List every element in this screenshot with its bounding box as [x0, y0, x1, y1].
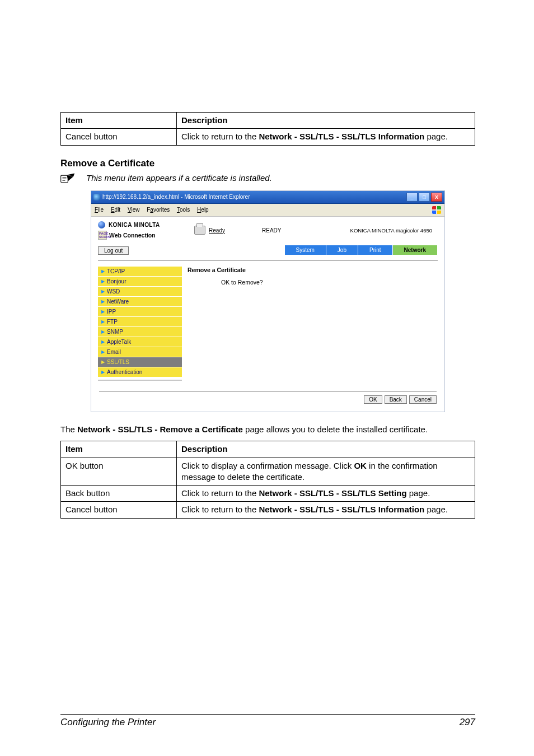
- sidebar-item-netware[interactable]: ▶NetWare: [98, 297, 182, 307]
- body-paragraph: The Network - SSL/TLS - Remove a Certifi…: [60, 423, 475, 436]
- cell-description: Click to return to the Network - SSL/TLS…: [177, 502, 475, 518]
- cell-item: Cancel button: [61, 502, 177, 518]
- cancel-button[interactable]: Cancel: [409, 395, 437, 404]
- page-footer: Configuring the Printer 297: [60, 714, 475, 728]
- bold-text: OK: [354, 461, 367, 470]
- back-button[interactable]: Back: [385, 395, 407, 404]
- sidebar-item-appletalk[interactable]: ▶AppleTalk: [98, 337, 182, 347]
- table-head-item: Item: [61, 441, 177, 458]
- text: Click to return to the: [181, 505, 259, 514]
- cell-item: Cancel button: [61, 129, 177, 145]
- ready-link[interactable]: Ready: [209, 227, 225, 234]
- sidebar-item-label: IPP: [107, 309, 116, 315]
- sidebar-item-label: WSD: [107, 288, 120, 295]
- web-connection-label: Web Connection: [109, 232, 156, 239]
- sidebar-item-label: Authentication: [107, 369, 142, 375]
- tab-print[interactable]: Print: [358, 245, 393, 255]
- menu-help[interactable]: Help: [197, 207, 209, 213]
- remove-certificate-table: Item Description OK button Click to disp…: [60, 441, 475, 518]
- table-row: Cancel button Click to return to the Net…: [61, 502, 475, 518]
- table-head-description: Description: [177, 441, 475, 458]
- sidebar-item-authentication[interactable]: ▶Authentication: [98, 367, 182, 377]
- printer-icon: [194, 226, 205, 235]
- text: page.: [424, 132, 448, 141]
- ready-status: READY: [262, 227, 281, 234]
- footer-divider: [99, 391, 437, 392]
- brand-name: KONICA MINOLTA: [109, 222, 160, 228]
- note-text: This menu item appears if a certificate …: [86, 173, 272, 183]
- sidebar-item-label: AppleTalk: [107, 339, 131, 345]
- text: Click to display a confirmation message.…: [181, 461, 354, 470]
- menu-favorites[interactable]: Favorites: [147, 207, 170, 213]
- cell-description: Click to display a confirmation message.…: [177, 458, 475, 486]
- menu-edit[interactable]: Edit: [111, 207, 120, 213]
- windows-flag-icon: [432, 206, 441, 214]
- ok-button[interactable]: OK: [364, 395, 382, 404]
- cell-item: OK button: [61, 458, 177, 486]
- text: page.: [407, 488, 430, 498]
- page-number: 297: [460, 717, 475, 728]
- content-title: Remove a Certificate: [188, 267, 438, 273]
- sidebar-item-label: FTP: [107, 319, 118, 325]
- pagescope-icon: PAGE SCOPE: [98, 231, 107, 240]
- cell-item: Back button: [61, 486, 177, 502]
- tab-network[interactable]: Network: [393, 245, 438, 255]
- bold-text: Network - SSL/TLS - Remove a Certificate: [77, 424, 243, 434]
- tab-system[interactable]: System: [285, 245, 326, 255]
- sidebar-item-label: SNMP: [107, 329, 123, 335]
- window-title: http://192.168.1.2/a_index.html - Micros…: [102, 194, 250, 200]
- sidebar-item-label: SSL/TLS: [107, 359, 129, 365]
- sidebar-item-bonjour[interactable]: ▶Bonjour: [98, 277, 182, 287]
- minimize-button[interactable]: _: [406, 193, 418, 202]
- text: The: [60, 424, 77, 434]
- logout-button[interactable]: Log out: [98, 246, 129, 255]
- bold-text: Network - SSL/TLS - SSL/TLS Information: [259, 505, 424, 514]
- bold-text: Network - SSL/TLS - SSL/TLS Information: [259, 132, 424, 141]
- table-row: Back button Click to return to the Netwo…: [61, 486, 475, 502]
- text: Click to return to the: [181, 488, 259, 498]
- content-body-text: OK to Remove?: [188, 279, 438, 286]
- sidebar-item-label: Email: [107, 349, 121, 355]
- sidebar-item-ipp[interactable]: ▶IPP: [98, 307, 182, 317]
- sidebar-item-ssltls[interactable]: ▶SSL/TLS: [98, 357, 182, 367]
- table-head-item: Item: [61, 113, 177, 129]
- note-icon: [60, 172, 76, 184]
- table-head-description: Description: [177, 113, 475, 129]
- menu-view[interactable]: View: [128, 207, 140, 213]
- menu-file[interactable]: File: [95, 207, 104, 213]
- text: page allows you to delete the installed …: [243, 424, 428, 434]
- sidebar-item-label: NetWare: [107, 298, 129, 305]
- menu-tools[interactable]: Tools: [177, 207, 190, 213]
- sidebar-item-wsd[interactable]: ▶WSD: [98, 287, 182, 297]
- text: Click to return to the: [181, 132, 259, 141]
- network-cancel-table: Item Description Cancel button Click to …: [60, 112, 475, 146]
- window-titlebar: http://192.168.1.2/a_index.html - Micros…: [91, 191, 444, 204]
- model-name: KONICA MINOLTA magicolor 4650: [316, 227, 438, 234]
- screenshot-browser-window: http://192.168.1.2/a_index.html - Micros…: [91, 190, 445, 412]
- bold-text: Network - SSL/TLS - SSL/TLS Setting: [259, 488, 406, 498]
- cell-description: Click to return to the Network - SSL/TLS…: [177, 129, 475, 145]
- sidebar-item-tcpip[interactable]: ▶TCP/IP: [98, 267, 182, 277]
- maximize-button[interactable]: □: [419, 193, 430, 202]
- footer-title: Configuring the Printer: [60, 717, 156, 728]
- table-row: Cancel button Click to return to the Net…: [61, 129, 475, 145]
- side-menu: ▶TCP/IP ▶Bonjour ▶WSD ▶NetWare ▶IPP ▶FTP…: [98, 267, 182, 381]
- table-row: OK button Click to display a confirmatio…: [61, 458, 475, 486]
- sidebar-item-snmp[interactable]: ▶SNMP: [98, 327, 182, 337]
- sidebar-item-label: Bonjour: [107, 278, 126, 284]
- sidebar-item-label: TCP/IP: [107, 268, 125, 274]
- menubar: File Edit View Favorites Tools Help: [91, 204, 444, 217]
- text: page.: [424, 505, 448, 514]
- close-button[interactable]: X: [431, 193, 442, 202]
- note-row: This menu item appears if a certificate …: [60, 172, 475, 184]
- km-logo-icon: [98, 221, 105, 228]
- ie-icon: [93, 194, 100, 200]
- sidebar-item-ftp[interactable]: ▶FTP: [98, 317, 182, 327]
- tab-job[interactable]: Job: [326, 245, 358, 255]
- cell-description: Click to return to the Network - SSL/TLS…: [177, 486, 475, 502]
- sidebar-endline: [98, 380, 182, 381]
- sidebar-item-email[interactable]: ▶Email: [98, 347, 182, 357]
- section-heading-remove-certificate: Remove a Certificate: [60, 158, 475, 169]
- menu-items: File Edit View Favorites Tools Help: [95, 207, 214, 213]
